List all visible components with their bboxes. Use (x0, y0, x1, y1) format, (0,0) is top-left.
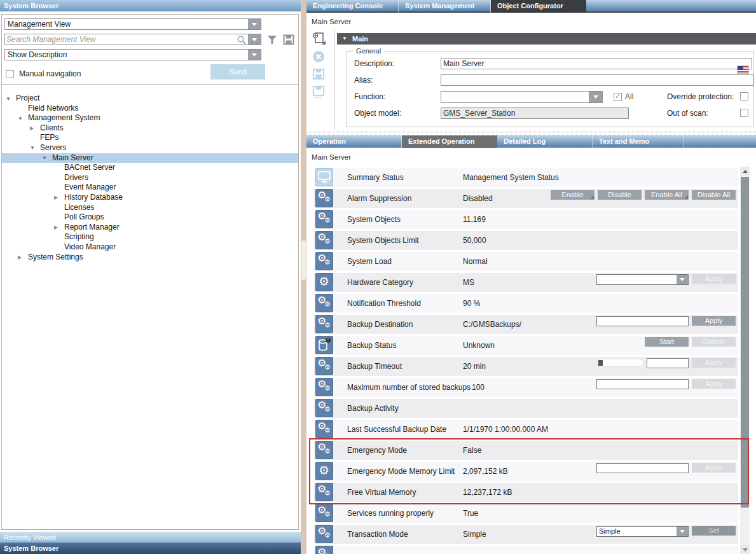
property-row[interactable]: ⚙⚙ Transaction Mode Simple Simple Set (314, 525, 738, 544)
scroll-up-icon[interactable] (740, 167, 750, 176)
chevron-down-icon[interactable] (248, 34, 261, 45)
tree-item-feps[interactable]: FEPs (2, 133, 298, 143)
chevron-down-icon[interactable] (677, 275, 688, 284)
scroll-down-icon[interactable] (740, 545, 750, 554)
disable-all-button[interactable]: Disable All (692, 190, 736, 200)
slider-handle[interactable] (598, 360, 603, 366)
tree-item-bacnet-server[interactable]: BACnet Server (2, 163, 298, 173)
hardware-category-dropdown[interactable] (596, 274, 689, 285)
enable-all-button[interactable]: Enable All (645, 190, 689, 200)
view-selector[interactable]: Management View (4, 18, 261, 30)
apply-button[interactable]: Apply (692, 379, 736, 389)
disable-button[interactable]: Disable (598, 190, 642, 200)
property-row[interactable]: ⚙⚙ Backup Destination C:/GMSBackups/ App… (314, 315, 738, 334)
save-icon[interactable] (283, 34, 294, 45)
tree-item-clients[interactable]: Clients (2, 123, 298, 134)
collapse-icon[interactable] (42, 153, 52, 163)
tab-system-management[interactable]: System Management (399, 0, 491, 13)
expand-icon[interactable] (18, 252, 28, 263)
list-scrollbar[interactable] (740, 167, 750, 554)
tree-item-main-server[interactable]: Main Server (2, 153, 298, 163)
tree-item-servers[interactable]: Servers (2, 143, 298, 153)
chevron-down-icon[interactable] (677, 527, 688, 536)
property-row[interactable]: ⚙ Hardware Category MS Apply (314, 273, 738, 292)
transaction-mode-dropdown[interactable]: Simple (596, 526, 689, 537)
property-row[interactable]: ⚙⚙ System Objects Limit 50,000 (314, 231, 738, 250)
expand-icon[interactable] (54, 222, 64, 233)
expand-icon[interactable] (54, 192, 64, 203)
function-dropdown[interactable] (441, 91, 603, 103)
search-input[interactable] (6, 35, 235, 44)
property-row[interactable]: ⚙⚙ (314, 546, 738, 554)
set-button[interactable]: Set (692, 526, 736, 536)
collapse-icon[interactable] (6, 93, 16, 104)
tree-item-system-settings[interactable]: System Settings (2, 253, 298, 263)
display-mode-selector[interactable]: Show Description (4, 49, 261, 60)
tree-item-licenses[interactable]: Licenses (2, 203, 298, 213)
max-backups-input[interactable] (596, 379, 689, 389)
backup-destination-input[interactable] (596, 316, 689, 326)
main-section-header[interactable]: Main (337, 33, 756, 45)
tree-item-poll-groups[interactable]: Poll Groups (2, 212, 298, 223)
save-as-icon[interactable] (312, 85, 327, 99)
save-icon[interactable] (312, 67, 327, 81)
collapse-icon[interactable] (18, 113, 28, 124)
splitter-handle[interactable] (301, 240, 306, 280)
filter-icon[interactable] (266, 34, 278, 45)
property-row[interactable]: ⚙ Emergency Mode Memory Limit 2,097,152 … (314, 462, 738, 481)
expand-icon[interactable] (30, 123, 40, 134)
tab-text-and-memo[interactable]: Text and Memo (593, 135, 684, 148)
out-of-scan-checkbox[interactable] (740, 109, 748, 117)
property-row[interactable]: ⚙⚙ Notification Threshold 90 % (314, 294, 738, 313)
apply-button[interactable]: Apply (692, 358, 736, 368)
backup-timeout-input[interactable] (647, 358, 689, 368)
tab-extended-operation[interactable]: Extended Operation (402, 135, 497, 148)
tree-item-report-manager[interactable]: Report Manager (2, 223, 298, 233)
tree-item-drivers[interactable]: Drivers (2, 173, 298, 183)
cancel-circle-icon[interactable] (312, 50, 327, 64)
start-button[interactable]: Start (645, 337, 689, 347)
collapse-icon[interactable] (30, 142, 40, 153)
property-row[interactable]: ⚙⚙ Alarm Suppression Disabled Enable Dis… (314, 189, 738, 208)
description-field[interactable] (441, 58, 752, 69)
tree-item-project[interactable]: Project (2, 93, 298, 104)
enable-button[interactable]: Enable (551, 190, 594, 200)
tree-item-management-system[interactable]: Management System (2, 113, 298, 123)
backup-timeout-slider[interactable] (596, 359, 643, 367)
scrollbar-thumb[interactable] (741, 177, 749, 508)
property-row[interactable]: ⚙⚙ Backup Timeout 20 min Apply (314, 357, 738, 376)
property-row[interactable]: ⚙⚙ Last Successful Backup Date 1/1/1970 … (314, 420, 738, 439)
property-row[interactable]: Summary Status Management System Status (314, 168, 738, 187)
property-row[interactable]: ! Backup Status Unknown Start Cancel (314, 336, 738, 355)
tab-engineering-console[interactable]: Engineering Console (306, 0, 399, 13)
tree-item-video-manager[interactable]: Video Manager (2, 242, 298, 253)
property-row[interactable]: ⚙⚙ Services running properly True (314, 504, 738, 523)
chevron-down-icon[interactable] (589, 92, 602, 102)
property-row[interactable]: ⚙⚙ System Objects 11,169 (314, 210, 738, 229)
search-icon[interactable] (237, 35, 247, 45)
system-browser-bar[interactable]: System Browser (0, 543, 301, 554)
send-button[interactable]: Send (210, 64, 265, 80)
property-row[interactable]: ⚙⚙ Emergency Mode False (314, 441, 738, 460)
apply-button[interactable]: Apply (692, 274, 736, 284)
tree-item-history-database[interactable]: History Database (2, 193, 298, 203)
tab-object-configurator[interactable]: Object Configurator (491, 0, 586, 13)
chevron-down-icon[interactable] (248, 19, 261, 29)
recently-viewed-bar[interactable]: Recently Viewed (0, 531, 301, 543)
apply-button[interactable]: Apply (692, 316, 736, 326)
new-object-icon[interactable] (312, 32, 327, 46)
manual-navigation-checkbox[interactable] (6, 70, 14, 78)
alias-field[interactable] (441, 74, 753, 86)
property-row[interactable]: ⚙⚙ Free Virtual Memory 12,237,172 kB (314, 483, 738, 502)
property-row[interactable]: ⚙⚙ System Load Normal (314, 252, 738, 271)
property-row[interactable]: ⚙⚙ Backup Activity (314, 399, 738, 418)
apply-button[interactable]: Apply (692, 463, 736, 473)
override-protection-checkbox[interactable] (740, 92, 748, 100)
tree-item-event-manager[interactable]: Event Manager (2, 183, 298, 193)
cancel-button[interactable]: Cancel (692, 337, 736, 347)
tab-operation[interactable]: Operation (306, 135, 402, 148)
property-row[interactable]: ⚙⚙ Maximum number of stored backups 100 … (314, 378, 738, 397)
emergency-memory-limit-input[interactable] (596, 463, 689, 473)
tree-item-field-networks[interactable]: Field Networks (2, 104, 298, 114)
tab-detailed-log[interactable]: Detailed Log (497, 135, 593, 148)
